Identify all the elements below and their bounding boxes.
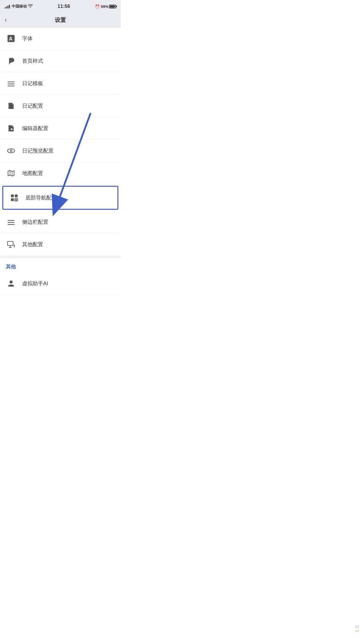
map-icon [6,168,16,178]
carrier-label: 中国移动 [12,4,27,9]
menu-item-other-config[interactable]: 其他配置 [0,233,121,256]
svg-point-23 [10,281,13,284]
svg-point-7 [10,150,12,151]
menu-item-map-config-label: 地图配置 [22,170,43,177]
menu-item-home-style-label: 首页样式 [22,57,43,64]
menu-item-sidebar-config-label: 侧边栏配置 [22,218,48,225]
person-icon [6,278,16,289]
signal-icon [5,4,10,8]
status-right: ⏰ 99% [95,4,116,9]
section-divider [0,256,121,258]
battery-percentage: 99% [101,4,108,9]
theme-icon [6,56,16,66]
eye-icon [6,146,16,156]
menu-item-editor-config[interactable]: 编辑器配置 [0,117,121,140]
monitor-icon [6,239,16,250]
status-time: 11:56 [57,4,70,9]
menu-item-virtual-ai[interactable]: 虚拟助手AI [0,272,121,295]
menu-item-preview-config[interactable]: 日记预览配置 [0,140,121,162]
menu-item-bottom-nav-config-label: 底部导航配置 [25,194,57,201]
svg-rect-11 [15,195,18,197]
edit-file-icon [6,123,16,134]
menu-item-font-label: 字体 [22,35,33,42]
page-title: 设置 [55,16,66,24]
menu-item-map-config[interactable]: 地图配置 [0,162,121,185]
menu-item-diary-config-label: 日记配置 [22,102,43,109]
battery-container: 99% [101,4,116,9]
nav-header: ‹ 设置 [0,13,121,27]
file-icon [6,101,16,111]
battery-icon [109,5,116,8]
svg-rect-22 [14,244,15,248]
menu-item-diary-template[interactable]: 日记模板 [0,72,121,95]
menu-item-sidebar-config[interactable]: 侧边栏配置 [0,211,121,233]
settings-list: A 字体 首页样式 日记模板 [0,27,121,256]
menu-item-editor-config-label: 编辑器配置 [22,125,48,132]
menu-item-other-config-label: 其他配置 [22,241,43,248]
list-icon [6,78,16,89]
back-button[interactable]: ‹ [5,17,7,23]
menu-item-home-style[interactable]: 首页样式 [0,50,121,72]
menu-item-font[interactable]: A 字体 [0,27,121,50]
section-header-other: 其他 [0,258,121,272]
status-bar: 中国移动 11:56 ⏰ 99% [0,0,121,13]
svg-text:A: A [9,36,13,42]
sidebar-icon [6,217,16,227]
other-section: 其他 虚拟助手AI [0,258,121,295]
menu-item-diary-template-label: 日记模板 [22,80,43,87]
wifi-icon [28,4,33,9]
battery-fill [110,6,115,8]
grid-plus-icon [9,192,20,203]
page-wrapper: 中国移动 11:56 ⏰ 99% ‹ 设置 [0,0,121,295]
font-icon: A [6,33,16,44]
alarm-icon: ⏰ [95,4,100,9]
menu-item-diary-config[interactable]: 日记配置 [0,95,121,117]
status-left: 中国移动 [5,4,33,9]
svg-rect-12 [11,198,14,201]
menu-item-bottom-nav-config[interactable]: 底部导航配置 [2,186,118,210]
svg-rect-10 [11,195,14,197]
menu-item-preview-config-label: 日记预览配置 [22,147,54,154]
svg-rect-19 [8,242,13,246]
menu-item-virtual-ai-label: 虚拟助手AI [22,280,48,287]
